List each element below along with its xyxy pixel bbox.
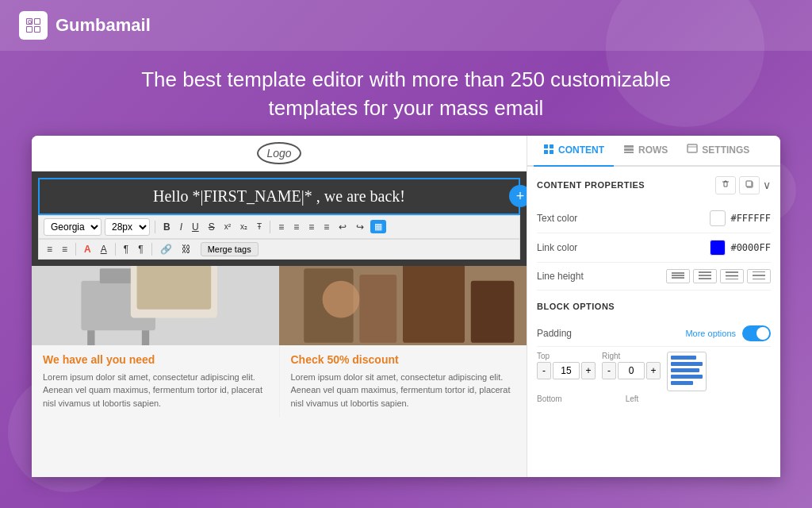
merge-tags-button[interactable]: Merge tags <box>201 242 259 256</box>
copy-button[interactable] <box>739 176 760 194</box>
mini-line-3 <box>671 368 699 372</box>
clear-format-button[interactable]: Ŧ <box>254 221 265 233</box>
expand-button[interactable]: ∨ <box>763 179 771 191</box>
logo-icon: G <box>19 11 48 40</box>
right-decrease-button[interactable]: - <box>602 362 616 379</box>
link-button[interactable]: 🔗 <box>157 242 175 256</box>
image-left <box>32 266 279 345</box>
svg-text:G: G <box>28 19 33 25</box>
unlink-button[interactable]: ⛓ <box>178 242 194 256</box>
padding-visual <box>668 352 706 388</box>
panel-tabs: CONTENT ROWS SETTINGS <box>527 136 780 167</box>
more-options-link[interactable]: More options <box>685 329 736 338</box>
padding-controls: More options <box>685 325 771 341</box>
content-properties-header: CONTENT PROPERTIES ∨ <box>537 176 771 194</box>
indent-button[interactable]: ≡ <box>59 242 71 256</box>
list-button[interactable]: ≡ <box>44 242 56 256</box>
mini-line-4 <box>671 375 703 379</box>
right-label: Right <box>602 352 661 360</box>
hero-section: The best template editor with more than … <box>0 51 812 136</box>
align-center-button[interactable]: ≡ <box>290 220 302 234</box>
top-increase-button[interactable]: + <box>581 362 596 379</box>
content-properties-title: CONTENT PROPERTIES <box>537 180 645 190</box>
delete-button[interactable] <box>715 176 736 194</box>
text-color-value[interactable]: #FFFFFF <box>710 210 771 226</box>
editor-canvas: Logo Hello *|FIRST_NAME|* , we are back!… <box>32 136 527 477</box>
right-panel: CONTENT ROWS SETTINGS CONTENT PROPERTIES <box>527 136 780 477</box>
editor-toolbar-row2: ≡ ≡ A A ¶ ¶ 🔗 ⛓ Merge tags <box>38 239 520 260</box>
svg-rect-19 <box>403 266 465 343</box>
padding-row: Padding More options <box>537 321 771 347</box>
svg-rect-7 <box>35 27 40 32</box>
tab-content[interactable]: CONTENT <box>534 136 614 167</box>
text-color-swatch[interactable] <box>710 210 726 226</box>
editable-text[interactable]: Hello *|FIRST_NAME|* , we are back! <box>48 184 511 209</box>
toolbar-separator-2 <box>270 221 270 233</box>
content-cards-row: We have all you need Lorem ipsum dolor s… <box>32 345 527 418</box>
top-decrease-button[interactable]: - <box>537 362 551 379</box>
link-color-value[interactable]: #0000FF <box>710 240 771 256</box>
text-block-container: Hello *|FIRST_NAME|* , we are back! + Ge… <box>32 171 527 266</box>
link-color-hex: #0000FF <box>730 242 771 253</box>
settings-tab-icon <box>687 144 698 157</box>
header: G Gumbamail <box>0 0 812 51</box>
strikethrough-button[interactable]: S <box>205 220 218 234</box>
padding-label: Padding <box>537 328 572 339</box>
padding-toggle[interactable] <box>742 325 771 341</box>
font-size-select[interactable]: 28px <box>105 218 150 236</box>
email-logo-bar: Logo <box>32 136 527 171</box>
font-family-select[interactable]: Georgia <box>44 218 102 236</box>
line-height-label: Line height <box>537 271 584 282</box>
line-height-1[interactable] <box>666 269 690 283</box>
toolbar-separator-4 <box>115 243 116 256</box>
mini-line-1 <box>671 356 696 360</box>
brand-name: Gumbamail <box>56 15 151 36</box>
svg-rect-26 <box>624 145 634 148</box>
toolbar-separator-5 <box>151 243 152 256</box>
add-content-button[interactable]: + <box>509 185 527 207</box>
svg-rect-22 <box>544 144 548 148</box>
undo-button[interactable]: ↩ <box>335 220 350 234</box>
content-tab-icon <box>543 144 554 157</box>
underline-button[interactable]: U <box>189 220 202 234</box>
superscript-button[interactable]: x² <box>221 221 234 233</box>
tab-rows-label: ROWS <box>638 144 668 156</box>
link-color-row: Link color #0000FF <box>537 233 771 263</box>
svg-rect-28 <box>624 152 634 153</box>
line-height-2[interactable] <box>693 269 717 283</box>
tab-settings-label: SETTINGS <box>702 144 749 156</box>
highlight-button[interactable]: A <box>98 242 110 256</box>
special-icon-blue[interactable]: ▦ <box>370 220 386 233</box>
redo-button[interactable]: ↪ <box>353 220 367 234</box>
bottom-labels-row: Bottom Left <box>537 394 771 403</box>
svg-rect-29 <box>688 144 697 152</box>
subscript-button[interactable]: x₂ <box>237 221 251 233</box>
block-options-title: BLOCK OPTIONS <box>537 302 615 311</box>
align-right-button[interactable]: ≡ <box>305 220 317 234</box>
italic-button[interactable]: I <box>177 220 186 234</box>
card-2: Check 50% discount Lorem ipsum dolor sit… <box>280 345 527 418</box>
font-color-button[interactable]: A <box>81 242 94 256</box>
line-height-3[interactable] <box>720 269 744 283</box>
line-height-4[interactable] <box>747 269 771 283</box>
align-left-button[interactable]: ≡ <box>275 220 287 234</box>
top-input-row: - + <box>537 362 596 379</box>
text-block-border[interactable]: Hello *|FIRST_NAME|* , we are back! + <box>38 178 520 215</box>
card-1-title: We have all you need <box>43 353 268 366</box>
editor-toolbar: Georgia 28px B I U S x² x₂ Ŧ ≡ ≡ <box>38 215 520 239</box>
bold-button[interactable]: B <box>160 220 174 234</box>
block-options-header: BLOCK OPTIONS <box>537 298 771 313</box>
tab-rows[interactable]: ROWS <box>614 136 677 167</box>
tab-content-label: CONTENT <box>558 144 604 156</box>
padding-preview-image <box>667 352 707 391</box>
align-justify-button[interactable]: ≡ <box>320 220 332 234</box>
link-color-swatch[interactable] <box>710 240 726 256</box>
right-increase-button[interactable]: + <box>646 362 661 379</box>
paragraph-button[interactable]: ¶ <box>121 242 132 256</box>
top-value-input[interactable] <box>553 362 580 379</box>
panel-content: CONTENT PROPERTIES ∨ Text color #FFFFFF <box>527 167 780 477</box>
tab-settings[interactable]: SETTINGS <box>677 136 759 167</box>
right-value-input[interactable] <box>618 362 645 379</box>
text-color-hex: #FFFFFF <box>730 213 771 224</box>
indent2-button[interactable]: ¶ <box>135 242 146 256</box>
